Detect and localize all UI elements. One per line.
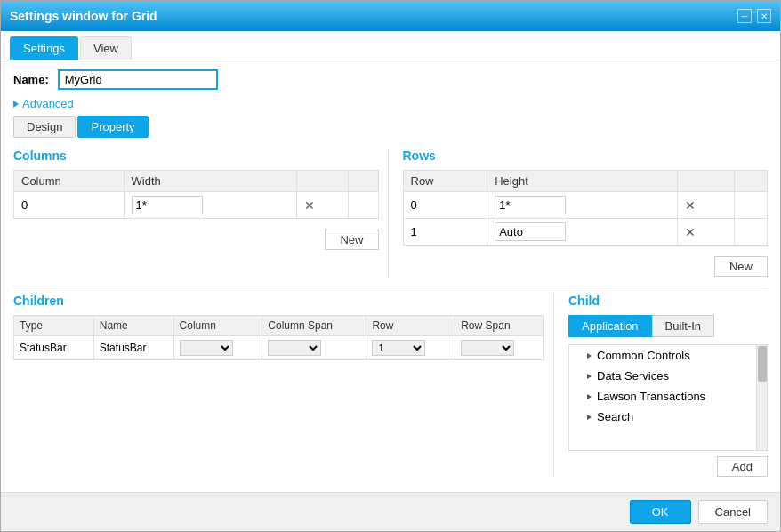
columns-title: Columns xyxy=(13,149,379,163)
row-index-1: 1 xyxy=(403,219,487,246)
window-title: Settings window for Grid xyxy=(10,9,157,23)
ch-header-col-span: Column Span xyxy=(262,316,366,336)
child-tab-builtin[interactable]: Built-In xyxy=(652,315,714,337)
ch-row-span-select[interactable] xyxy=(461,340,514,356)
rows-new-button[interactable]: New xyxy=(714,256,768,277)
row-delete-button-1[interactable]: ✕ xyxy=(685,225,696,239)
name-row: Name: xyxy=(13,69,768,90)
row-height-cell-1 xyxy=(487,219,678,246)
ch-col xyxy=(173,336,262,360)
row-index-0: 0 xyxy=(403,192,487,219)
col-index: 0 xyxy=(14,192,125,219)
ch-header-name: Name xyxy=(93,316,173,336)
rows-panel: Rows Row Height 0 xyxy=(389,149,769,277)
ch-col-select[interactable] xyxy=(180,340,233,356)
columns-new-button[interactable]: New xyxy=(325,230,378,250)
ch-header-column: Column xyxy=(173,316,262,336)
ch-header-type: Type xyxy=(14,316,94,336)
ch-col-span-select[interactable] xyxy=(268,340,321,356)
chevron-right-icon xyxy=(587,374,592,379)
child-tab-application[interactable]: Application xyxy=(568,315,652,337)
chevron-right-icon xyxy=(587,394,592,399)
ch-header-row: Row xyxy=(366,316,455,336)
row-height-input-1[interactable] xyxy=(495,222,566,241)
scrollbar-track xyxy=(756,345,767,450)
design-property-tabs: Design Property xyxy=(13,116,768,138)
col-width-input[interactable] xyxy=(132,196,203,214)
chevron-right-icon xyxy=(587,415,592,420)
tab-view[interactable]: View xyxy=(80,36,132,60)
table-row: 1 ✕ xyxy=(403,219,768,246)
columns-table: Column Width 0 ✕ xyxy=(13,170,379,219)
main-tabs: Settings View xyxy=(1,31,780,60)
col-width-cell xyxy=(124,192,296,219)
row-delete-cell-0: ✕ xyxy=(677,192,734,219)
child-list-item-label: Lawson Transactions xyxy=(597,390,705,403)
settings-window: Settings window for Grid ─ ✕ Settings Vi… xyxy=(0,0,781,532)
cancel-button[interactable]: Cancel xyxy=(698,500,768,524)
ch-row-select[interactable]: 1 xyxy=(372,340,425,356)
child-panel: Child Application Built-In Common Contro… xyxy=(554,294,768,477)
col-delete-cell: ✕ xyxy=(296,192,348,219)
col-header-column: Column xyxy=(14,171,125,192)
row-header-row: Row xyxy=(403,171,487,192)
row-empty-0 xyxy=(734,192,767,219)
add-button[interactable]: Add xyxy=(717,456,768,477)
row-height-cell-0 xyxy=(487,192,678,219)
tab-settings[interactable]: Settings xyxy=(10,36,78,60)
col-delete-button[interactable]: ✕ xyxy=(304,198,315,213)
list-item[interactable]: Data Services xyxy=(569,366,767,386)
ch-row: 1 xyxy=(366,336,455,360)
columns-panel: Columns Column Width 0 xyxy=(13,149,389,277)
row-delete-cell-1: ✕ xyxy=(677,219,734,246)
children-title: Children xyxy=(13,294,544,308)
tab-property[interactable]: Property xyxy=(77,116,148,138)
row-header-height: Height xyxy=(487,171,678,192)
children-table: Type Name Column Column Span Row Row Spa… xyxy=(13,315,544,360)
row-height-input-0[interactable] xyxy=(495,196,566,214)
chevron-right-icon xyxy=(587,353,592,359)
row-header-empty2 xyxy=(734,171,767,192)
child-list-item-label: Data Services xyxy=(597,369,669,383)
close-button[interactable]: ✕ xyxy=(757,9,771,23)
ch-header-row-span: Row Span xyxy=(455,316,544,336)
main-content: Name: Advanced Design Property Columns C… xyxy=(1,60,780,492)
col-header-width: Width xyxy=(124,171,296,192)
title-bar: Settings window for Grid ─ ✕ xyxy=(1,1,780,31)
col-header-empty2 xyxy=(348,171,378,192)
ch-name: StatusBar xyxy=(93,336,173,360)
ch-row-span xyxy=(455,336,544,360)
list-item[interactable]: Search xyxy=(569,407,767,427)
bottom-section: Children Type Name Column Column Span Ro… xyxy=(13,286,768,477)
table-row: 0 ✕ xyxy=(403,192,768,219)
row-empty-1 xyxy=(734,219,767,246)
row-header-empty1 xyxy=(677,171,734,192)
child-list: Common Controls Data Services Lawson Tra… xyxy=(568,344,768,451)
footer: OK Cancel xyxy=(1,492,780,531)
window-controls: ─ ✕ xyxy=(737,9,771,23)
child-title: Child xyxy=(568,294,768,308)
ch-col-span xyxy=(262,336,366,360)
rows-table: Row Height 0 ✕ xyxy=(403,170,769,246)
table-row: StatusBar StatusBar 1 xyxy=(14,336,544,360)
columns-rows-layout: Columns Column Width 0 xyxy=(13,149,768,277)
rows-title: Rows xyxy=(403,149,769,163)
tab-design[interactable]: Design xyxy=(13,116,76,138)
child-list-item-label: Search xyxy=(597,410,633,423)
children-panel: Children Type Name Column Column Span Ro… xyxy=(13,294,554,477)
list-item[interactable]: Common Controls xyxy=(569,345,767,366)
row-delete-button-0[interactable]: ✕ xyxy=(685,198,696,213)
scrollbar-thumb[interactable] xyxy=(758,346,767,382)
name-input[interactable] xyxy=(58,69,218,90)
advanced-label: Advanced xyxy=(22,97,74,110)
ok-button[interactable]: OK xyxy=(630,500,691,524)
child-list-item-label: Common Controls xyxy=(597,349,690,362)
table-row: 0 ✕ xyxy=(14,192,379,219)
list-item[interactable]: Lawson Transactions xyxy=(569,386,767,407)
minimize-button[interactable]: ─ xyxy=(737,9,752,23)
col-empty-cell xyxy=(348,192,378,219)
name-label: Name: xyxy=(13,73,49,86)
ch-type: StatusBar xyxy=(14,336,94,360)
advanced-toggle[interactable]: Advanced xyxy=(13,97,768,110)
advanced-chevron-icon xyxy=(13,101,19,108)
